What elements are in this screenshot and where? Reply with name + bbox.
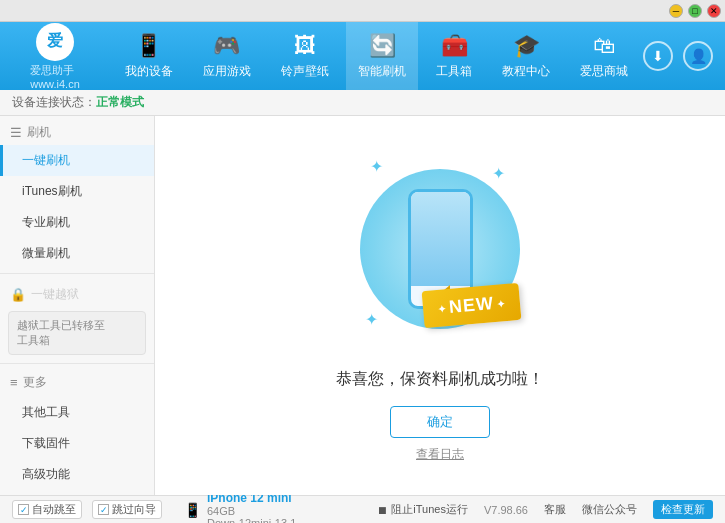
status-bar: 设备连接状态： 正常模式 [0,90,725,116]
auto-jump-check-icon: ✓ [18,504,29,515]
status-value: 正常模式 [96,94,144,111]
confirm-button[interactable]: 确定 [390,406,490,438]
sidebar-item-itunes[interactable]: iTunes刷机 [0,176,154,207]
sidebar-jailbreak-notice: 越狱工具已转移至 工具箱 [8,311,146,355]
bottom-left: ✓ 自动跳至 ✓ 跳过向导 📱 iPhone 12 mini 64GB Down… [12,491,296,524]
minimize-button[interactable]: ─ [669,4,683,18]
nav-wallpaper-label: 铃声壁纸 [281,63,329,80]
nav-smartshop-icon: 🔄 [369,33,396,59]
sidebar-item-pro[interactable]: 专业刷机 [0,207,154,238]
version-info: V7.98.66 [484,504,528,516]
sparkle-icon-2: ✦ [492,164,505,183]
sidebar-divider-2 [0,363,154,364]
service-link[interactable]: 客服 [544,502,566,517]
main-content: ☰ 刷机 一键刷机 iTunes刷机 专业刷机 微量刷机 🔒 一键越狱 越狱工具… [0,116,725,495]
sparkle-icon-3: ✦ [365,310,378,329]
sidebar-item-one-click[interactable]: 一键刷机 [0,145,154,176]
sidebar-item-download-fw[interactable]: 下载固件 [0,428,154,459]
nav-item-my-device[interactable]: 📱 我的设备 [113,22,185,90]
auto-jump-checkbox[interactable]: ✓ 自动跳至 [12,500,82,519]
nav-item-app-games[interactable]: 🎮 应用游戏 [191,22,263,90]
flash-header-icon: ☰ [10,125,22,140]
maximize-button[interactable]: □ [688,4,702,18]
skip-guide-checkbox[interactable]: ✓ 跳过向导 [92,500,162,519]
user-button[interactable]: 👤 [683,41,713,71]
skip-guide-label: 跳过向导 [112,502,156,517]
sidebar-item-other-tools[interactable]: 其他工具 [0,397,154,428]
skip-guide-check-icon: ✓ [98,504,109,515]
nav-toolbox-icon: 🧰 [441,33,468,59]
download-button[interactable]: ⬇ [643,41,673,71]
nav-wallpaper-icon: 🖼 [294,33,316,59]
more-icon: ≡ [10,375,18,390]
nav-device-icon: 📱 [135,33,162,59]
auto-jump-label: 自动跳至 [32,502,76,517]
nav-appgames-icon: 🎮 [213,33,240,59]
wechat-link[interactable]: 微信公众号 [582,502,637,517]
phone-illustration: ✦ ✦ ✦ NEW [350,149,530,349]
sidebar: ☰ 刷机 一键刷机 iTunes刷机 专业刷机 微量刷机 🔒 一键越狱 越狱工具… [0,116,155,495]
nav-shop-icon: 🛍 [593,33,615,59]
stop-icon: ⏹ [377,504,388,516]
sidebar-item-advanced[interactable]: 高级功能 [0,459,154,490]
nav-items: 📱 我的设备 🎮 应用游戏 🖼 铃声壁纸 🔄 智能刷机 🧰 工具箱 🎓 教程中心… [110,22,643,90]
bottom-right: ⏹ 阻止iTunes运行 V7.98.66 客服 微信公众号 检查更新 [377,500,713,519]
nav-smartshop-label: 智能刷机 [358,63,406,80]
sidebar-item-micro[interactable]: 微量刷机 [0,238,154,269]
nav-shop-label: 爱思商城 [580,63,628,80]
nav-device-label: 我的设备 [125,63,173,80]
nav-item-shop[interactable]: 🛍 爱思商城 [568,22,640,90]
nav-tutorial-icon: 🎓 [513,33,540,59]
sidebar-jailbreak-header: 🔒 一键越狱 [0,278,154,307]
stop-itunes-label: 阻止iTunes运行 [391,502,468,517]
phone-screen [411,192,470,286]
nav-toolbox-label: 工具箱 [436,63,472,80]
sidebar-flash-header: ☰ 刷机 [0,116,154,145]
sidebar-divider-1 [0,273,154,274]
sparkle-icon-1: ✦ [370,157,383,176]
sidebar-more-header: ≡ 更多 [0,368,154,397]
stop-itunes-item[interactable]: ⏹ 阻止iTunes运行 [377,502,468,517]
device-details: 64GB Down-12mini-13,1 [207,505,296,524]
nav-item-toolbox[interactable]: 🧰 工具箱 [424,22,484,90]
device-info: 📱 iPhone 12 mini 64GB Down-12mini-13,1 [184,491,296,524]
device-phone-icon: 📱 [184,502,201,518]
close-button[interactable]: ✕ [707,4,721,18]
logo[interactable]: 爱 爱思助手 www.i4.cn [0,23,110,90]
bottom-bar: ✓ 自动跳至 ✓ 跳过向导 📱 iPhone 12 mini 64GB Down… [0,495,725,523]
device-model: Down-12mini-13,1 [207,517,296,524]
nav-item-smart-shop[interactable]: 🔄 智能刷机 [346,22,418,90]
nav-item-tutorial[interactable]: 🎓 教程中心 [490,22,562,90]
logo-subtitle: 爱思助手 www.i4.cn [30,63,80,90]
logo-icon: 爱 [36,23,74,61]
new-ribbon-badge: NEW [422,282,522,327]
nav-tutorial-label: 教程中心 [502,63,550,80]
success-text: 恭喜您，保资料刷机成功啦！ [336,369,544,390]
nav-right-area: ⬇ 👤 [643,41,725,71]
lock-icon: 🔒 [10,287,26,302]
update-button[interactable]: 检查更新 [653,500,713,519]
nav-item-wallpaper[interactable]: 🖼 铃声壁纸 [269,22,341,90]
nav-appgames-label: 应用游戏 [203,63,251,80]
nav-bar: 爱 爱思助手 www.i4.cn 📱 我的设备 🎮 应用游戏 🖼 铃声壁纸 🔄 … [0,22,725,90]
device-storage: 64GB [207,505,296,517]
goto-daily-link[interactable]: 查看日志 [416,446,464,463]
title-bar: ─ □ ✕ [0,0,725,22]
status-prefix: 设备连接状态： [12,94,96,111]
center-area: ✦ ✦ ✦ NEW 恭喜您，保资料刷机成功啦！ 确定 查看日志 [155,116,725,495]
